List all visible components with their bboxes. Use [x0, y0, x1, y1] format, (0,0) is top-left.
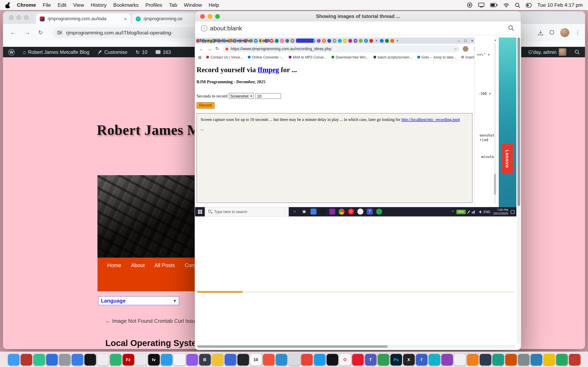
dock-app-icon[interactable]	[135, 354, 147, 365]
dock-app-icon[interactable]: T	[365, 354, 376, 365]
menu-item[interactable]: File	[43, 2, 51, 8]
menu-item[interactable]: Tab	[169, 2, 177, 8]
dock-app-icon[interactable]	[161, 354, 172, 365]
language-select[interactable]: Language ▼	[98, 296, 179, 305]
nav-link[interactable]: All Posts	[155, 262, 175, 268]
dock-app-icon[interactable]: B	[199, 354, 210, 365]
dock-app-icon[interactable]	[352, 354, 364, 365]
wifi-icon[interactable]	[503, 3, 509, 7]
menu-item[interactable]: Window	[184, 2, 202, 8]
display-icon[interactable]	[478, 3, 484, 8]
page-info-icon[interactable]: i	[201, 25, 207, 31]
admin-search-icon[interactable]	[575, 49, 580, 55]
popup-address-text[interactable]: about:blank	[210, 21, 242, 35]
menu-item[interactable]: Help	[209, 2, 219, 8]
dock-app-icon[interactable]	[518, 354, 529, 365]
howdy-menu[interactable]: G'day, admin	[528, 48, 566, 56]
battery-icon[interactable]	[490, 3, 498, 7]
dock-app-icon[interactable]	[224, 354, 236, 365]
popup-title-bar[interactable]: Showing images of tutorial thread ...	[195, 11, 521, 21]
dock-app-icon[interactable]	[212, 354, 223, 365]
taskbar-app-icon	[329, 209, 335, 215]
dock-app-icon[interactable]	[71, 354, 83, 365]
popup-horizontal-scrollbar[interactable]	[197, 345, 515, 348]
customise-label: Customise	[104, 49, 127, 55]
download-icon[interactable]	[538, 30, 544, 35]
dock-app-icon[interactable]	[276, 354, 287, 365]
dock-app-icon[interactable]	[327, 354, 338, 365]
dock-app-icon[interactable]	[110, 354, 121, 365]
browser-tab[interactable]: rjmprogramming.com.au/toda ×	[36, 13, 130, 24]
dock-app-icon[interactable]	[314, 354, 325, 365]
reload-button[interactable]: ↻	[38, 24, 43, 41]
dock-app-icon[interactable]: tv	[148, 354, 160, 365]
dock-app-icon[interactable]	[288, 354, 300, 365]
dock-app-icon[interactable]	[97, 354, 109, 365]
menu-item[interactable]: History	[91, 2, 107, 8]
spotlight-search-icon[interactable]	[515, 2, 520, 8]
dock-app-icon[interactable]: Ps	[390, 354, 402, 365]
popup-vertical-scrollbar[interactable]	[517, 38, 520, 344]
dock-app-icon[interactable]	[84, 354, 96, 365]
dock-app-icon[interactable]: f	[416, 354, 427, 365]
dock-app-icon[interactable]	[505, 354, 517, 365]
dock-app-icon[interactable]	[46, 354, 58, 365]
previous-post-link[interactable]: ← Image Not Found Crontab Curl Issue T	[105, 318, 202, 324]
active-app-name[interactable]: Chrome	[17, 2, 36, 8]
comments-indicator[interactable]: 163	[156, 49, 171, 55]
dock-app-icon[interactable]	[428, 354, 440, 365]
dock-app-icon[interactable]	[556, 354, 568, 365]
popup-search-icon[interactable]	[508, 25, 514, 31]
dock-app-icon[interactable]	[441, 354, 453, 365]
updates-indicator[interactable]: ↻10	[136, 49, 147, 55]
window-zoom-button[interactable]	[24, 15, 29, 20]
horizontal-scroll-thumb[interactable]	[197, 345, 388, 348]
apple-logo-icon[interactable]	[5, 2, 10, 8]
dock-app-icon[interactable]: Fz	[122, 354, 134, 365]
menu-item[interactable]: View	[73, 2, 84, 8]
dock-app-icon[interactable]	[543, 354, 555, 365]
dock-app-icon[interactable]	[8, 354, 19, 365]
site-settings-icon[interactable]	[57, 30, 62, 35]
nav-link[interactable]: Home	[107, 262, 121, 268]
wp-logo-menu[interactable]: W	[8, 49, 15, 55]
back-button[interactable]: ←	[10, 24, 16, 41]
dock-app-icon[interactable]	[467, 354, 478, 365]
nav-link[interactable]: About	[131, 262, 145, 268]
dock-app-icon[interactable]	[530, 354, 542, 365]
control-center-icon[interactable]	[526, 3, 532, 7]
tab-close-icon[interactable]: ×	[124, 16, 127, 22]
vertical-scroll-thumb[interactable]	[517, 38, 520, 206]
extensions-icon[interactable]	[549, 30, 555, 35]
menu-item[interactable]: Bookmarks	[113, 2, 139, 8]
menu-item[interactable]: Edit	[58, 2, 66, 8]
dock-app-icon[interactable]	[454, 354, 466, 365]
customise-link[interactable]: Customise	[98, 49, 127, 55]
dock-app-icon[interactable]	[173, 354, 185, 365]
dock-app-icon[interactable]	[20, 354, 32, 365]
window-close-button[interactable]	[9, 15, 13, 20]
dock-app-icon[interactable]	[378, 354, 389, 365]
dock-app-icon[interactable]: X	[403, 354, 415, 365]
dock-app-icon[interactable]	[479, 354, 491, 365]
forward-button[interactable]: →	[24, 24, 30, 41]
menu-bar-clock[interactable]: Tue 10 Feb 4:17 pm	[537, 2, 583, 8]
dock-app-icon[interactable]	[263, 354, 274, 365]
menu-item[interactable]: Profiles	[145, 2, 162, 8]
dock-app-icon[interactable]	[301, 354, 312, 365]
window-minimize-button[interactable]	[17, 15, 21, 20]
chrome-menu-icon[interactable]: ⋮	[575, 29, 581, 36]
admin-site-link[interactable]: ⌂Robert James Metcalfe Blog	[23, 49, 89, 55]
dock-app-icon[interactable]	[59, 354, 70, 365]
bookmark-item: batch.scripts/screen...	[374, 55, 412, 59]
status-badge-icon[interactable]	[467, 2, 473, 8]
bookmark-label: Download free Win...	[336, 55, 369, 59]
dock-app-icon[interactable]	[569, 354, 580, 365]
dock-app-icon[interactable]: O	[339, 354, 351, 365]
dock-app-icon[interactable]	[237, 354, 249, 365]
dock-app-icon[interactable]	[186, 354, 198, 365]
dock-app-icon[interactable]: 10	[250, 354, 261, 365]
dock-app-icon[interactable]	[492, 354, 504, 365]
profile-avatar[interactable]	[560, 28, 569, 37]
dock-app-icon[interactable]	[33, 354, 45, 365]
